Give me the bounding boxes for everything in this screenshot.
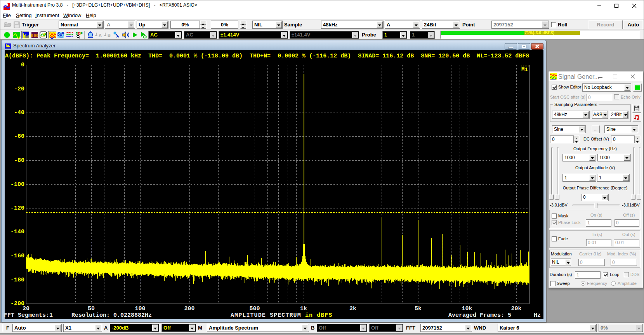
svg-text:888: 888 — [31, 33, 39, 38]
svg-text:A: A — [99, 33, 102, 38]
svg-text:P: P — [80, 31, 83, 35]
svg-text:B: B — [108, 33, 111, 38]
svg-text:000: 000 — [59, 36, 63, 38]
